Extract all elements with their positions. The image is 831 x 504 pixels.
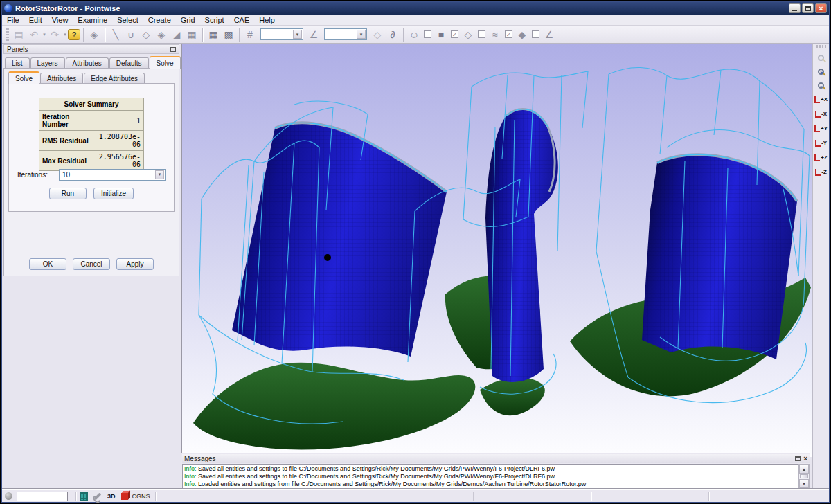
- undo-button[interactable]: ↶: [26, 27, 42, 42]
- restore-button[interactable]: [802, 3, 814, 13]
- toolbar-handle[interactable]: [816, 45, 826, 48]
- rms-residual-value: 1.208703e-06: [96, 131, 143, 151]
- tab-attributes[interactable]: Attributes: [66, 57, 109, 69]
- menu-select[interactable]: Select: [112, 15, 143, 25]
- zoom-actual-button[interactable]: =: [814, 78, 828, 92]
- examine-mask-button[interactable]: ☺: [406, 27, 422, 42]
- tab-attributes-inner[interactable]: Attributes: [40, 73, 83, 84]
- show-spacings-button[interactable]: ∠: [542, 27, 557, 42]
- menu-script[interactable]: Script: [200, 15, 229, 25]
- cae-solver-label: CGNS: [132, 493, 150, 500]
- show-sources-checkbox[interactable]: ✓: [505, 30, 512, 38]
- create-connector-button[interactable]: ╲: [108, 27, 123, 42]
- show-domains-checkbox[interactable]: ✓: [451, 30, 458, 38]
- dimension-button[interactable]: #: [242, 27, 258, 42]
- list-item: Info: Saved all entities and settings to…: [184, 473, 796, 480]
- view-plus-x-button[interactable]: +X: [814, 92, 829, 107]
- scrollbar-thumb[interactable]: [800, 474, 808, 478]
- chevron-down-icon[interactable]: ▾: [293, 30, 302, 39]
- chevron-down-icon[interactable]: ▾: [357, 30, 366, 39]
- structured-grid-button[interactable]: ▦: [206, 27, 221, 42]
- menu-help[interactable]: Help: [254, 15, 280, 25]
- create-curve-button[interactable]: ∪: [123, 27, 138, 42]
- dimension-combobox[interactable]: ▾: [260, 28, 303, 40]
- run-button[interactable]: Run: [49, 188, 87, 199]
- menu-edit[interactable]: Edit: [24, 15, 47, 25]
- application-window: RotorStatorRotor - Pointwise × File Edit…: [1, 1, 830, 503]
- toolbar-handle[interactable]: [6, 28, 9, 41]
- derivative-button[interactable]: ∂: [385, 27, 400, 42]
- display-viewport[interactable]: [181, 44, 814, 457]
- create-structured-domain-button[interactable]: ◈: [154, 27, 169, 42]
- save-icon: ▤: [14, 29, 23, 40]
- ok-button[interactable]: OK: [29, 258, 66, 270]
- redo-dropdown[interactable]: ▾: [62, 32, 68, 37]
- create-domain-button[interactable]: ◇: [138, 27, 154, 42]
- redo-button[interactable]: ↷: [47, 27, 62, 42]
- create-block-button[interactable]: ▦: [184, 27, 199, 42]
- tab-solve-inner[interactable]: Solve: [8, 71, 39, 84]
- save-button[interactable]: ▤: [11, 27, 26, 42]
- tab-layers[interactable]: Layers: [30, 57, 65, 69]
- messages-title: Messages: [184, 455, 216, 462]
- tab-defaults[interactable]: Defaults: [109, 57, 149, 69]
- tab-edge-attributes[interactable]: Edge Attributes: [84, 73, 145, 84]
- selected-point-marker[interactable]: [324, 254, 331, 261]
- menu-examine[interactable]: Examine: [73, 15, 112, 25]
- info-badge: Info:: [184, 473, 197, 480]
- panels-dock-titlebar[interactable]: Panels: [3, 44, 179, 54]
- panels-tab-bar: List Layers Attributes Defaults Solve: [5, 56, 179, 69]
- message-text: Saved all entities and settings to file …: [197, 473, 555, 480]
- float-panel-icon[interactable]: [795, 456, 801, 461]
- spacing-combobox[interactable]: ▾: [324, 28, 367, 40]
- menu-cae[interactable]: CAE: [229, 15, 255, 25]
- iterations-combobox[interactable]: 10 ▾: [59, 169, 166, 181]
- view-minus-y-button[interactable]: -Y: [814, 136, 829, 150]
- apply-button[interactable]: Apply: [116, 258, 154, 270]
- messages-titlebar[interactable]: Messages ×: [182, 454, 810, 463]
- close-button[interactable]: ×: [815, 3, 827, 13]
- view-plus-y-button[interactable]: +Y: [814, 121, 829, 136]
- layer-stack-button[interactable]: ◈: [87, 27, 102, 42]
- close-icon[interactable]: ×: [803, 456, 807, 462]
- unstructured-grid-button[interactable]: ▩: [221, 27, 236, 42]
- help-button[interactable]: ?: [68, 29, 80, 40]
- view-minus-z-button[interactable]: -Z: [814, 165, 829, 179]
- view-plus-z-button[interactable]: +Z: [814, 150, 829, 165]
- view-minus-x-button[interactable]: -X: [814, 107, 829, 121]
- chevron-down-icon[interactable]: ▾: [155, 170, 164, 179]
- cancel-button[interactable]: Cancel: [73, 258, 110, 270]
- show-spacings-checkbox[interactable]: [532, 30, 539, 38]
- create-extrude-button[interactable]: ◢: [169, 27, 184, 42]
- initialize-button[interactable]: Initialize: [93, 188, 134, 199]
- menu-grid[interactable]: Grid: [176, 15, 200, 25]
- show-blocks-checkbox[interactable]: [424, 30, 431, 38]
- minimize-button[interactable]: [789, 3, 801, 13]
- status-progress-box: [17, 492, 68, 501]
- cae-cube-icon: [121, 493, 128, 500]
- float-panel-icon[interactable]: [170, 47, 176, 52]
- show-connectors-checkbox[interactable]: [478, 30, 485, 38]
- assemble-domain-button[interactable]: ◇: [370, 27, 385, 42]
- show-sources-icon: ◆: [519, 29, 526, 40]
- scroll-up-icon[interactable]: ▲: [799, 465, 809, 474]
- show-blocks-button[interactable]: ■: [434, 27, 449, 42]
- spacing-button[interactable]: ∠: [306, 27, 321, 42]
- app-icon: [4, 4, 12, 12]
- menu-view[interactable]: View: [47, 15, 73, 25]
- menu-file[interactable]: File: [2, 15, 24, 25]
- menu-create[interactable]: Create: [143, 15, 176, 25]
- undo-dropdown[interactable]: ▾: [42, 32, 47, 37]
- solver-summary-header: Solver Summary: [39, 98, 144, 111]
- messages-scrollbar[interactable]: ▲ ▼: [798, 464, 810, 489]
- tab-solve[interactable]: Solve: [150, 56, 181, 69]
- zoom-to-fit-button[interactable]: ▣: [814, 64, 828, 78]
- axis-label: -Z: [821, 169, 827, 175]
- show-sources-button[interactable]: ◆: [515, 27, 530, 42]
- show-domains-button[interactable]: ◇: [461, 27, 476, 42]
- tab-list[interactable]: List: [5, 57, 30, 69]
- scroll-down-icon[interactable]: ▼: [799, 479, 809, 488]
- messages-list[interactable]: Info: Saved all entities and settings to…: [182, 464, 798, 489]
- show-connectors-button[interactable]: ≈: [488, 27, 503, 42]
- zoom-button[interactable]: [814, 51, 828, 64]
